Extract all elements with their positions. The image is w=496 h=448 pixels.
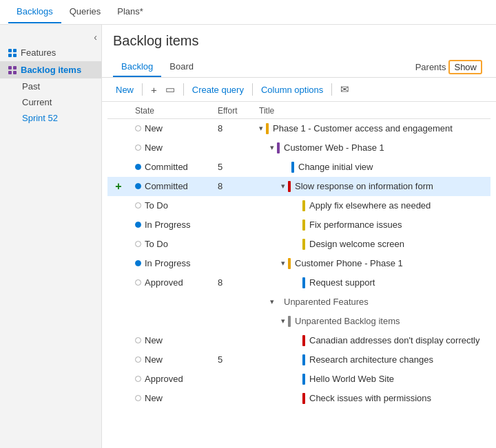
title-cell[interactable]: Request support <box>254 273 490 292</box>
nav-plans[interactable]: Plans* <box>109 1 152 23</box>
state-dot <box>135 183 141 189</box>
state-label: In Progress <box>145 258 190 268</box>
table-row[interactable]: Approved8Request support <box>107 273 490 292</box>
state-cell: New <box>130 331 212 350</box>
sidebar-item-features[interactable]: Features <box>0 44 101 61</box>
title-cell[interactable]: Canadian addresses don't display correct… <box>254 331 490 350</box>
col-title-header: Title <box>254 102 490 119</box>
state-cell: Approved <box>130 273 212 292</box>
toolbar-sep-2 <box>183 83 184 96</box>
mail-icon[interactable]: ✉ <box>338 82 352 97</box>
title-cell[interactable]: Design welcome screen <box>254 235 490 254</box>
table-row[interactable]: To DoDesign welcome screen <box>107 235 490 254</box>
title-cell[interactable]: Check issues with permissions <box>254 389 490 408</box>
minus-icon[interactable]: ▭ <box>163 82 178 97</box>
title-text: Unparented Backlog items <box>295 316 400 326</box>
table-row[interactable]: NewCheck issues with permissions <box>107 389 490 408</box>
state-cell: New <box>130 119 212 138</box>
title-cell[interactable]: ▾Phase 1 - Customer access and engagemen… <box>254 119 490 138</box>
table-row[interactable]: To DoApply fix elsewhere as needed <box>107 196 490 215</box>
effort-cell <box>212 196 254 215</box>
state-label: New <box>145 123 163 134</box>
effort-cell <box>212 292 254 312</box>
state-label: New <box>145 354 163 365</box>
color-bar <box>302 277 305 288</box>
state-dot <box>135 222 141 228</box>
expand-icon[interactable]: ▾ <box>270 297 274 306</box>
state-cell: Committed <box>130 177 212 196</box>
color-bar <box>277 297 280 308</box>
expand-icon[interactable]: ▾ <box>270 143 274 152</box>
title-cell[interactable]: Hello World Web Site <box>254 370 490 389</box>
expand-icon[interactable]: ▾ <box>281 317 285 326</box>
sidebar-item-backlog[interactable]: Backlog items <box>0 61 101 78</box>
state-dot <box>135 241 141 247</box>
table-row[interactable]: ApprovedHello World Web Site <box>107 370 490 389</box>
effort-cell: 5 <box>212 350 254 370</box>
tab-backlog[interactable]: Backlog <box>113 57 161 77</box>
sidebar-item-past[interactable]: Past <box>17 78 101 94</box>
new-button[interactable]: New <box>113 83 136 96</box>
title-text: Phase 1 - Customer access and engagement <box>273 123 453 134</box>
title-cell[interactable]: ▾Slow response on information form <box>254 177 490 196</box>
state-label: To Do <box>145 200 168 211</box>
state-dot <box>135 395 141 401</box>
sidebar-collapse-btn[interactable]: ‹ <box>0 30 101 44</box>
expand-icon[interactable]: ▾ <box>259 124 263 133</box>
title-cell[interactable]: ▾Customer Phone - Phase 1 <box>254 254 490 273</box>
add-icon[interactable]: + <box>148 83 160 97</box>
title-cell[interactable]: ▾Unparented Features <box>254 292 490 312</box>
nav-backlogs[interactable]: Backlogs <box>8 1 61 23</box>
parents-show: Parents Show <box>415 60 482 74</box>
state-cell <box>130 312 212 331</box>
tab-board[interactable]: Board <box>161 57 202 77</box>
effort-cell <box>212 215 254 235</box>
expand-icon[interactable]: ▾ <box>281 259 285 268</box>
col-effort-header: Effort <box>212 102 254 119</box>
sidebar-item-sprint52[interactable]: Sprint 52 <box>17 110 101 126</box>
table-row[interactable]: ▾Unparented Backlog items <box>107 312 490 331</box>
backlog-icon <box>8 66 17 74</box>
effort-cell: 8 <box>212 273 254 292</box>
state-dot <box>135 356 141 363</box>
state-label: To Do <box>145 239 168 249</box>
expand-icon[interactable]: ▾ <box>281 182 285 191</box>
row-action-cell <box>107 254 130 273</box>
create-query-button[interactable]: Create query <box>189 83 247 96</box>
table-row[interactable]: In Progress▾Customer Phone - Phase 1 <box>107 254 490 273</box>
row-action-cell <box>107 119 130 138</box>
state-dot <box>135 279 141 286</box>
table-row[interactable]: New5Research architecture changes <box>107 350 490 370</box>
table-row[interactable]: In ProgressFix performance issues <box>107 215 490 235</box>
add-child-icon[interactable]: + <box>115 180 121 192</box>
state-cell: In Progress <box>130 215 212 235</box>
sidebar-item-current[interactable]: Current <box>17 94 101 110</box>
column-options-button[interactable]: Column options <box>258 83 326 96</box>
title-cell[interactable]: Research architecture changes <box>254 350 490 370</box>
title-cell[interactable]: Fix performance issues <box>254 215 490 235</box>
table-row[interactable]: New▾Customer Web - Phase 1 <box>107 138 490 158</box>
features-icon <box>8 49 17 57</box>
table-row[interactable]: ▾Unparented Features <box>107 292 490 312</box>
table-row[interactable]: New8▾Phase 1 - Customer access and engag… <box>107 119 490 138</box>
table-row[interactable]: NewCanadian addresses don't display corr… <box>107 331 490 350</box>
show-button[interactable]: Show <box>448 60 482 74</box>
parents-label: Parents <box>415 62 446 72</box>
main-layout: ‹ Features Backlog items <box>0 25 496 448</box>
sidebar: ‹ Features Backlog items <box>0 25 102 448</box>
title-text: Design welcome screen <box>309 239 404 249</box>
title-cell[interactable]: Apply fix elsewhere as needed <box>254 196 490 215</box>
state-label: New <box>145 393 163 403</box>
title-cell[interactable]: Change initial view <box>254 158 490 177</box>
nav-queries[interactable]: Queries <box>61 1 110 23</box>
title-text: Customer Phone - Phase 1 <box>295 258 403 268</box>
state-cell: Approved <box>130 370 212 389</box>
table-row[interactable]: Committed5Change initial view <box>107 158 490 177</box>
table-row[interactable]: +Committed8▾Slow response on information… <box>107 177 490 196</box>
state-label: Approved <box>145 277 183 288</box>
effort-cell <box>212 370 254 389</box>
title-cell[interactable]: ▾Customer Web - Phase 1 <box>254 138 490 158</box>
title-cell[interactable]: ▾Unparented Backlog items <box>254 312 490 331</box>
color-bar <box>277 142 280 153</box>
color-bar <box>288 258 291 269</box>
